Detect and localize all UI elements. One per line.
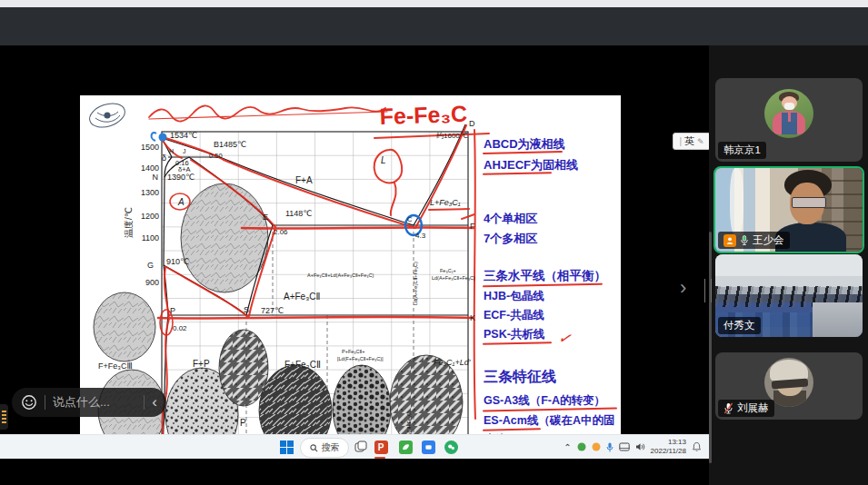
diagram-label: δ <box>162 153 166 163</box>
tray-orange-icon[interactable] <box>592 442 601 451</box>
note-line: ECF-共晶线 <box>484 308 544 323</box>
chat-input-placeholder[interactable]: 说点什么... <box>53 394 136 411</box>
sidebar-drag-handle[interactable] <box>704 279 712 302</box>
diagram-label: S <box>244 305 249 314</box>
participant-tile[interactable]: 韩京京1 <box>715 78 863 162</box>
collapsed-toolbar-widget[interactable] <box>0 404 8 430</box>
mic-active-icon <box>740 234 749 246</box>
divider <box>144 395 145 410</box>
diagram-label: 727℃ <box>261 306 284 315</box>
diagram-label: P+Fe₃CⅡ+ <box>342 349 364 354</box>
screen-share-letterbox <box>0 458 709 485</box>
diagram-label: 1500 <box>141 143 159 152</box>
note-line: ABCD为液相线 <box>484 136 565 153</box>
diagram-label: 4.3 <box>415 232 426 240</box>
desktop-top-strip <box>0 0 868 7</box>
ime-language-pill[interactable]: | 英 ✎ <box>673 133 711 150</box>
diagram-label: Ld(A+Fe₃CⅡ+Fe₃C) <box>413 262 418 305</box>
chat-collapse-icon[interactable]: ‹ <box>152 394 157 411</box>
diagram-label: F <box>470 222 475 231</box>
diagram-label: 1300 <box>141 188 159 197</box>
taskbar-search[interactable]: 搜索 <box>300 438 349 458</box>
diagram-label: F+Fe₃CⅡ <box>284 360 321 370</box>
note-line: AHJECF为固相线 <box>484 157 578 173</box>
diagram-label: 0.50 <box>209 152 223 160</box>
diagram-label: F+A <box>295 175 313 185</box>
search-icon <box>310 444 318 452</box>
participant-tile[interactable]: 付秀文 <box>715 254 863 337</box>
mic-muted-icon <box>723 402 733 414</box>
ime-cursor: | <box>679 136 682 146</box>
tray-clock[interactable]: 13:13 2022/11/28 <box>651 438 686 455</box>
shared-slide: Fe-Fe₃C 1534℃1500B1485℃HJδ0.16δ+A0.50140… <box>80 95 621 472</box>
note-line: PSK-共析线✓ <box>484 327 544 342</box>
tray-time: 13:13 <box>651 438 686 447</box>
diagram-label: 1534℃ <box>170 131 197 140</box>
meeting-title-bar <box>0 7 868 45</box>
diagram-label: [Ld(F+Fe₃CⅡ+Fe₃C)] <box>337 356 384 361</box>
avatar <box>764 89 813 138</box>
pen-icon: ✎ <box>697 137 704 146</box>
handwritten-fe-fe3c-annotation: Fe-Fe₃C <box>379 101 467 129</box>
diagram-label: Fe₃C₁+Ld′ <box>434 358 471 367</box>
tray-mic-icon[interactable] <box>606 442 614 452</box>
diagram-label: B1485℃ <box>214 140 246 149</box>
note-line: 7个多相区 <box>484 231 537 247</box>
slide-notes-column: ABCD为液相线AHJECF为固相线4个单相区7个多相区三条水平线（相平衡）HJ… <box>482 95 621 472</box>
y-axis-label: 温度/℃ <box>124 207 134 238</box>
screen-share-view: Fe-Fe₃C 1534℃1500B1485℃HJδ0.16δ+A0.50140… <box>0 45 709 434</box>
ime-language-label: 英 <box>684 134 694 148</box>
powerpoint-icon[interactable]: P <box>373 439 389 455</box>
tray-shield-icon[interactable] <box>577 442 586 451</box>
diagram-label: G <box>147 261 154 270</box>
note-line: 4个单相区 <box>484 211 537 227</box>
diagram-label: A+Fe₃CⅡ <box>284 292 320 302</box>
diagram-label: 1400 <box>141 163 159 173</box>
wechat-app-icon[interactable] <box>443 439 459 455</box>
diagram-label: D <box>469 119 475 128</box>
diagram-label: 900 <box>145 278 159 287</box>
chat-quick-bar[interactable]: 说点什么... ‹ <box>12 388 166 417</box>
tray-expand-chevron[interactable]: ⌃ <box>564 442 571 452</box>
note-line: HJB-包晶线 <box>484 289 544 304</box>
running-app-indicator <box>374 457 385 459</box>
divider <box>45 395 45 410</box>
tray-touchpad-icon[interactable] <box>619 442 630 451</box>
participant-tile[interactable]: 刘展赫 <box>715 352 863 420</box>
diagram-label: L <box>381 155 386 165</box>
host-badge-icon <box>723 234 736 247</box>
diagram-label: E <box>263 213 268 222</box>
diagram-label: 1100 <box>142 233 159 242</box>
participant-name: 刘展赫 <box>737 401 769 415</box>
participant-name: 付秀文 <box>723 319 755 332</box>
diagram-label: N <box>153 173 159 182</box>
sidebar-collapse-button[interactable]: › <box>680 276 686 300</box>
diagram-label: A+Fe₃CⅡ+Ld(A+Fe₃CⅡ+Fe₃C) <box>307 272 374 278</box>
participants-panel: 韩京京1 王少会 付秀文 <box>709 45 868 485</box>
diagram-label: Fe₃C₁+ <box>440 268 456 273</box>
diagram-label: 910℃ <box>166 257 189 266</box>
diagram-label: F+P <box>193 359 210 369</box>
note-line: 三条水平线（相平衡） <box>484 268 606 284</box>
start-button[interactable] <box>278 439 294 455</box>
tray-speaker-icon[interactable] <box>635 442 645 451</box>
diagram-label: 1148℃ <box>285 209 312 218</box>
panel-scrollbar[interactable] <box>709 232 712 463</box>
tray-notification-bell-icon[interactable] <box>692 441 702 452</box>
emoji-smiley-icon[interactable] <box>21 394 37 411</box>
diagram-label: Ld(A+Fe₃CⅡ+Fe₃C) <box>432 275 475 281</box>
diagram-label: L+Fe₃C₁ <box>430 198 461 207</box>
diagram-label: P <box>240 418 246 428</box>
search-label: 搜索 <box>322 441 340 454</box>
note-line: 三条特征线 <box>484 368 556 387</box>
blue-app-icon[interactable] <box>420 439 436 455</box>
red-check-mark: ✓ <box>556 328 573 349</box>
meeting-app-window: { "slide": { "handwritten": "Fe-Fe₃C", "… <box>0 0 868 485</box>
participant-name: 王少会 <box>753 233 784 247</box>
university-logo <box>86 99 127 131</box>
participant-tile-speaking[interactable]: 王少会 <box>713 166 864 253</box>
green-app-icon[interactable] <box>397 439 414 455</box>
participant-name: 韩京京1 <box>723 144 761 157</box>
diagram-label: F+Fe₃CⅢ <box>98 361 133 371</box>
task-view-button[interactable] <box>353 439 369 455</box>
